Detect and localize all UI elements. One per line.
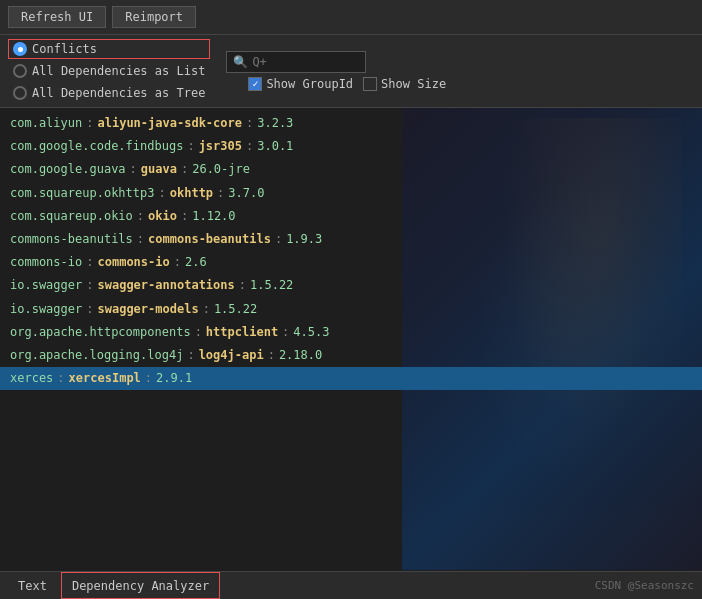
radio-deps-tree-label: All Dependencies as Tree (32, 86, 205, 100)
dependency-list: com.aliyun : aliyun-java-sdk-core : 3.2.… (0, 108, 702, 394)
show-size-box (363, 77, 377, 91)
status-tabs: Text Dependency Analyzer (8, 572, 220, 599)
options-panel: Conflicts All Dependencies as List All D… (0, 35, 702, 108)
dep-artifact: okhttp (170, 184, 213, 203)
dep-group: xerces (10, 369, 53, 388)
dep-version: 2.6 (185, 253, 207, 272)
dep-version: 3.7.0 (228, 184, 264, 203)
dep-version-separator: : (246, 114, 253, 133)
checkboxes-row: ✓ Show GroupId Show Size (226, 77, 446, 91)
dep-separator: : (187, 137, 194, 156)
table-row[interactable]: org.apache.httpcomponents : httpclient :… (0, 321, 702, 344)
dep-separator: : (57, 369, 64, 388)
table-row[interactable]: com.google.code.findbugs : jsr305 : 3.0.… (0, 135, 702, 158)
view-mode-group: Conflicts All Dependencies as List All D… (8, 39, 210, 103)
tab-dependency-analyzer[interactable]: Dependency Analyzer (61, 572, 220, 599)
dep-artifact: log4j-api (199, 346, 264, 365)
toolbar: Refresh UI Reimport (0, 0, 702, 35)
options-row: Conflicts All Dependencies as List All D… (8, 39, 694, 103)
status-bar: Text Dependency Analyzer CSDN @Seasonszc (0, 571, 702, 599)
radio-conflicts-circle (13, 42, 27, 56)
dep-version-separator: : (145, 369, 152, 388)
show-size-label: Show Size (381, 77, 446, 91)
dep-group: org.apache.httpcomponents (10, 323, 191, 342)
dep-artifact: swagger-models (97, 300, 198, 319)
dep-version-separator: : (268, 346, 275, 365)
dep-group: commons-io (10, 253, 82, 272)
dep-separator: : (86, 253, 93, 272)
radio-deps-list[interactable]: All Dependencies as List (8, 61, 210, 81)
dep-separator: : (86, 276, 93, 295)
table-row[interactable]: io.swagger : swagger-annotations : 1.5.2… (0, 274, 702, 297)
dep-artifact: guava (141, 160, 177, 179)
table-row[interactable]: com.aliyun : aliyun-java-sdk-core : 3.2.… (0, 112, 702, 135)
dep-version: 3.2.3 (257, 114, 293, 133)
dep-version: 1.5.22 (214, 300, 257, 319)
dep-artifact: okio (148, 207, 177, 226)
dep-version-separator: : (181, 160, 188, 179)
radio-deps-list-label: All Dependencies as List (32, 64, 205, 78)
dep-version-separator: : (217, 184, 224, 203)
dep-group: org.apache.logging.log4j (10, 346, 183, 365)
radio-deps-tree[interactable]: All Dependencies as Tree (8, 83, 210, 103)
table-row[interactable]: io.swagger : swagger-models : 1.5.22 (0, 298, 702, 321)
dep-separator: : (130, 160, 137, 179)
dep-group: com.google.code.findbugs (10, 137, 183, 156)
dep-group: com.squareup.okhttp3 (10, 184, 155, 203)
dep-version-separator: : (174, 253, 181, 272)
dep-group: com.aliyun (10, 114, 82, 133)
refresh-button[interactable]: Refresh UI (8, 6, 106, 28)
dep-separator: : (159, 184, 166, 203)
radio-deps-tree-circle (13, 86, 27, 100)
radio-conflicts-label: Conflicts (32, 42, 97, 56)
show-group-id-box: ✓ (248, 77, 262, 91)
table-row[interactable]: xerces : xercesImpl : 2.9.1 (0, 367, 702, 390)
table-row[interactable]: com.squareup.okio : okio : 1.12.0 (0, 205, 702, 228)
dep-group: commons-beanutils (10, 230, 133, 249)
dep-artifact: swagger-annotations (97, 276, 234, 295)
table-row[interactable]: commons-beanutils : commons-beanutils : … (0, 228, 702, 251)
reimport-button[interactable]: Reimport (112, 6, 196, 28)
show-group-id-checkbox[interactable]: ✓ Show GroupId (248, 77, 353, 91)
radio-conflicts[interactable]: Conflicts (8, 39, 210, 59)
dep-version: 1.12.0 (192, 207, 235, 226)
dep-version: 2.18.0 (279, 346, 322, 365)
dep-artifact: httpclient (206, 323, 278, 342)
dep-separator: : (187, 346, 194, 365)
dep-artifact: aliyun-java-sdk-core (97, 114, 242, 133)
dep-separator: : (137, 207, 144, 226)
tab-text[interactable]: Text (8, 572, 57, 599)
dep-version: 1.5.22 (250, 276, 293, 295)
dep-artifact: commons-beanutils (148, 230, 271, 249)
dep-version-separator: : (275, 230, 282, 249)
dep-version: 3.0.1 (257, 137, 293, 156)
main-content: com.aliyun : aliyun-java-sdk-core : 3.2.… (0, 108, 702, 570)
show-group-id-check: ✓ (252, 79, 258, 89)
table-row[interactable]: com.google.guava : guava : 26.0-jre (0, 158, 702, 181)
dep-group: com.google.guava (10, 160, 126, 179)
table-row[interactable]: org.apache.logging.log4j : log4j-api : 2… (0, 344, 702, 367)
dep-version-separator: : (282, 323, 289, 342)
credit-text: CSDN @Seasonszc (595, 579, 694, 592)
dep-separator: : (195, 323, 202, 342)
dep-version: 4.5.3 (293, 323, 329, 342)
search-input[interactable] (252, 55, 359, 69)
table-row[interactable]: commons-io : commons-io : 2.6 (0, 251, 702, 274)
show-size-checkbox[interactable]: Show Size (363, 77, 446, 91)
dep-version: 1.9.3 (286, 230, 322, 249)
dep-version-separator: : (246, 137, 253, 156)
dep-artifact: commons-io (97, 253, 169, 272)
dep-version-separator: : (203, 300, 210, 319)
dep-version-separator: : (239, 276, 246, 295)
dep-group: com.squareup.okio (10, 207, 133, 226)
dep-separator: : (86, 300, 93, 319)
dep-version: 2.9.1 (156, 369, 192, 388)
search-box[interactable]: 🔍 (226, 51, 366, 73)
radio-deps-list-circle (13, 64, 27, 78)
dep-group: io.swagger (10, 276, 82, 295)
dep-separator: : (137, 230, 144, 249)
dep-group: io.swagger (10, 300, 82, 319)
table-row[interactable]: com.squareup.okhttp3 : okhttp : 3.7.0 (0, 182, 702, 205)
dep-separator: : (86, 114, 93, 133)
dep-version-separator: : (181, 207, 188, 226)
